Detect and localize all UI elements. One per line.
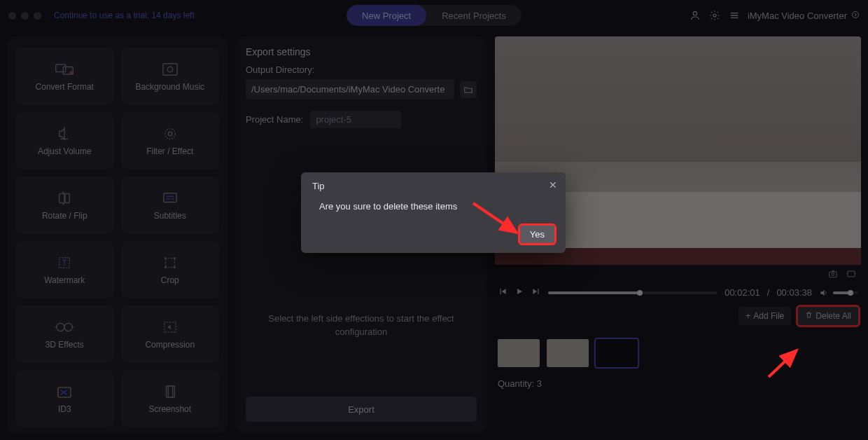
seek-track[interactable] <box>548 291 718 294</box>
effect-tile-compression[interactable]: Compression <box>121 305 220 363</box>
svg-point-8 <box>164 129 175 139</box>
svg-rect-23 <box>166 386 172 398</box>
time-total: 00:03:38 <box>776 287 812 298</box>
modal-yes-button[interactable]: Yes <box>520 226 554 243</box>
tab-recent-projects[interactable]: Recent Projects <box>426 5 522 26</box>
volume-control[interactable] <box>819 288 858 298</box>
effect-tile-label: Watermark <box>44 275 85 285</box>
id3-icon <box>54 383 75 400</box>
effect-tile-watermark[interactable]: Watermark <box>15 241 114 298</box>
time-sep: / <box>767 287 770 298</box>
export-settings-heading: Export settings <box>246 46 477 57</box>
modal-text: Are you sure to delete these items <box>319 201 554 212</box>
clip-thumb[interactable] <box>547 339 589 367</box>
clip-thumbnails <box>495 325 861 373</box>
filter-effect-icon <box>160 125 181 142</box>
trash-icon <box>805 311 813 321</box>
confirm-delete-modal: ✕ Tip Are you sure to delete these items… <box>301 172 566 253</box>
brand-text: iMyMac Video Converter <box>748 11 847 21</box>
effect-tile-rotate-flip[interactable]: Rotate / Flip <box>15 177 114 234</box>
clip-thumb[interactable] <box>498 339 540 367</box>
svg-point-19 <box>57 323 64 331</box>
svg-point-26 <box>832 273 834 276</box>
svg-rect-24 <box>168 386 174 398</box>
3d-effects-icon <box>54 319 75 336</box>
svg-point-9 <box>168 132 172 136</box>
svg-point-7 <box>167 67 172 71</box>
svg-rect-3 <box>56 64 66 72</box>
tab-new-project[interactable]: New Project <box>346 5 426 26</box>
effect-tile-adjust-volume[interactable]: Adjust Volume <box>15 112 114 170</box>
effect-tile-label: 3D Effects <box>46 340 84 350</box>
effect-tile-background-music[interactable]: Background Music <box>121 48 220 105</box>
compression-icon <box>160 319 181 336</box>
svg-point-5 <box>70 71 73 74</box>
modal-close-button[interactable]: ✕ <box>549 179 557 191</box>
prev-button[interactable] <box>498 287 507 298</box>
export-button[interactable]: Export <box>246 397 477 422</box>
svg-rect-12 <box>164 193 176 202</box>
effect-tile-filter-effect[interactable]: Filter / Effect <box>121 112 220 170</box>
svg-point-1 <box>713 14 716 17</box>
svg-point-16 <box>174 258 175 259</box>
convert-format-icon <box>54 61 75 78</box>
svg-rect-14 <box>165 259 174 268</box>
effect-tile-label: Adjust Volume <box>38 146 92 156</box>
svg-point-20 <box>64 323 72 331</box>
background-music-icon <box>160 61 181 78</box>
subtitles-icon <box>160 190 181 207</box>
brand-chevron-icon <box>851 11 860 21</box>
svg-point-15 <box>164 258 166 259</box>
close-window-dot[interactable] <box>8 12 16 20</box>
fullscreen-icon[interactable] <box>846 269 857 281</box>
project-name-label: Project Name: <box>246 114 303 125</box>
titlebar: Continue to use as a trial: 14 days left… <box>0 0 868 31</box>
effect-tile-screenshot[interactable]: Screenshot <box>121 370 220 427</box>
effect-tile-id3[interactable]: ID3 <box>15 370 114 427</box>
effect-tile-subtitles[interactable]: Subtitles <box>121 177 220 234</box>
svg-rect-6 <box>163 64 177 76</box>
account-icon[interactable] <box>689 9 701 22</box>
plus-icon: + <box>746 311 750 321</box>
rotate-flip-icon <box>54 190 75 207</box>
browse-folder-button[interactable] <box>460 81 477 98</box>
preview-tools <box>495 265 861 281</box>
delete-all-label: Delete All <box>816 311 851 321</box>
minimize-window-dot[interactable] <box>21 12 29 20</box>
effect-tile-label: Background Music <box>135 82 204 92</box>
svg-point-18 <box>174 267 175 268</box>
effect-tile-label: Crop <box>161 275 179 285</box>
screenshot-icon <box>160 383 181 400</box>
effect-tile-label: Screenshot <box>148 404 191 414</box>
modal-title: Tip <box>312 181 554 191</box>
menu-icon[interactable] <box>728 9 741 22</box>
crop-icon <box>160 254 181 271</box>
effect-tile-label: ID3 <box>58 404 71 414</box>
snapshot-icon[interactable] <box>827 269 839 281</box>
effect-tile-convert-format[interactable]: Convert Format <box>15 48 114 105</box>
window-traffic-lights <box>8 12 41 20</box>
gear-icon[interactable] <box>708 9 721 22</box>
svg-rect-27 <box>848 271 855 277</box>
clip-thumb-selected[interactable] <box>596 339 638 367</box>
project-tabs: New Project Recent Projects <box>346 5 522 26</box>
maximize-window-dot[interactable] <box>34 12 41 20</box>
effects-sidebar: Convert FormatBackground MusicAdjust Vol… <box>7 36 227 433</box>
playbar: 00:02:01 / 00:03:38 <box>495 281 861 303</box>
delete-all-button[interactable]: Delete All <box>798 307 858 325</box>
play-button[interactable] <box>514 287 524 298</box>
titlebar-right: iMyMac Video Converter <box>689 9 860 22</box>
svg-rect-11 <box>65 194 69 203</box>
effect-tile-crop[interactable]: Crop <box>121 241 220 298</box>
quantity-label: Quantity: 3 <box>495 373 861 389</box>
effect-tile-label: Rotate / Flip <box>42 211 88 221</box>
next-button[interactable] <box>531 287 541 298</box>
add-file-button[interactable]: + Add File <box>738 307 791 325</box>
project-name-input[interactable]: project-5 <box>310 111 401 128</box>
effect-tile-label: Subtitles <box>154 211 186 221</box>
svg-point-0 <box>693 12 696 15</box>
effect-tile-3d-effects[interactable]: 3D Effects <box>15 305 114 363</box>
trial-notice[interactable]: Continue to use as a trial: 14 days left <box>54 11 195 20</box>
add-file-label: Add File <box>753 311 784 321</box>
svg-rect-10 <box>59 194 64 203</box>
